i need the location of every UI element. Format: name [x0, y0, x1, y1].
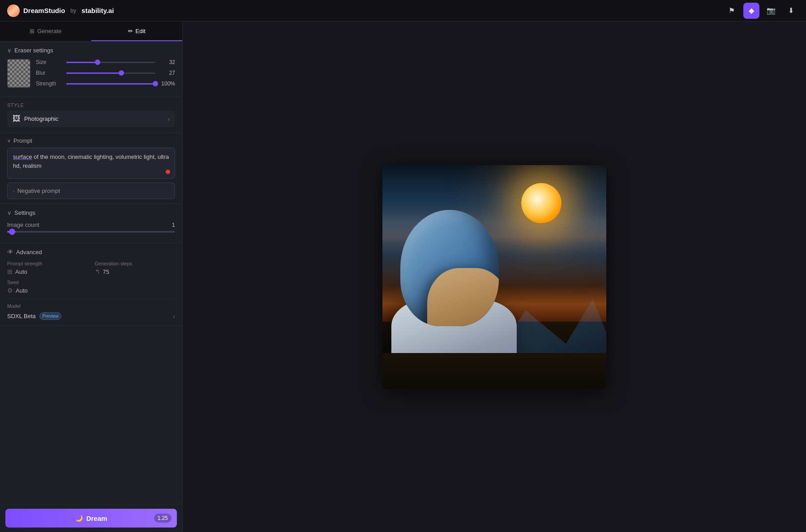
- style-left: 🖼 Photographic: [13, 114, 59, 123]
- model-left: SDXL Beta Preview: [7, 312, 61, 320]
- size-slider-row: Size 32: [36, 59, 175, 65]
- size-value: 32: [159, 59, 175, 65]
- steps-icon: ↰: [95, 268, 100, 275]
- dream-button[interactable]: 🌙 Dream 1.25: [5, 509, 177, 528]
- topbar-actions: ⚑ ◆ 📷 ⬇: [724, 3, 799, 19]
- dream-button-label: Dream: [86, 515, 107, 522]
- tab-generate[interactable]: ⊞ Generate: [0, 21, 91, 41]
- negative-prompt-label: Negative prompt: [17, 187, 60, 194]
- model-label: Model: [7, 303, 175, 309]
- grid-small-icon: ⊞: [7, 268, 13, 275]
- face: [427, 268, 499, 326]
- grid-icon: ⊞: [30, 28, 34, 34]
- flag-button[interactable]: ⚑: [724, 3, 740, 19]
- tab-bar: ⊞ Generate ✏ Edit: [0, 21, 182, 42]
- prompt-strength-value: ⊞ Auto: [7, 268, 88, 275]
- eraser-settings-section: ∨ Eraser settings Size 32: [0, 42, 182, 97]
- edit-icon: ✏: [128, 28, 133, 34]
- model-picker[interactable]: SDXL Beta Preview ›: [7, 312, 175, 320]
- prompt-label: Prompt: [13, 137, 32, 144]
- eraser-content: Size 32 Blur: [7, 59, 175, 91]
- generate-tab-label: Generate: [37, 28, 61, 34]
- seed-value: ⚙ Auto: [7, 287, 175, 294]
- image-count-slider-thumb[interactable]: [9, 229, 15, 235]
- blur-slider-thumb[interactable]: [119, 70, 124, 76]
- record-indicator: [166, 170, 170, 174]
- negative-prompt-row[interactable]: › Negative prompt: [7, 183, 175, 199]
- style-icon: 🖼: [13, 114, 21, 123]
- prompt-input-box[interactable]: surface of the moon, cinematic lighting,…: [7, 148, 175, 179]
- moon: [521, 183, 562, 223]
- chevron-down-small-icon: ∨: [7, 138, 11, 144]
- style-name: Photographic: [24, 115, 59, 122]
- highlighted-word: surface: [13, 153, 32, 160]
- generated-image: [382, 165, 606, 389]
- gen-steps-val: 75: [103, 268, 109, 275]
- prompt-section: ∨ Prompt surface of the moon, cinematic …: [0, 133, 182, 204]
- preview-badge: Preview: [39, 312, 62, 320]
- settings-header[interactable]: ∨ Settings: [7, 209, 175, 216]
- settings-section: ∨ Settings Image count 1: [0, 204, 182, 243]
- moon-icon: 🌙: [75, 515, 83, 522]
- app-brand: stability.ai: [81, 7, 114, 14]
- image-count-slider-track: [7, 231, 175, 233]
- size-slider-thumb[interactable]: [95, 60, 100, 65]
- sidebar-spacer: [0, 326, 182, 504]
- seed-val: Auto: [16, 287, 28, 294]
- camera-button[interactable]: 📷: [763, 3, 779, 19]
- prompt-text: surface of the moon, cinematic lighting,…: [13, 153, 169, 170]
- advanced-header[interactable]: 👁 Advanced: [7, 248, 175, 255]
- helmet: [400, 210, 499, 326]
- eraser-controls: Size 32 Blur: [36, 59, 175, 91]
- generation-steps-field: Generation steps ↰ 75: [95, 261, 176, 275]
- blur-slider-row: Blur 27: [36, 70, 175, 76]
- style-section-label: Style: [7, 102, 175, 108]
- prompt-rest: of the moon, cinematic lighting, volumet…: [13, 153, 169, 169]
- logo-icon: [7, 4, 20, 17]
- eraser-preview: [7, 59, 30, 88]
- main-content: [183, 21, 806, 532]
- sidebar: ⊞ Generate ✏ Edit ∨ Eraser settings Size: [0, 21, 183, 532]
- download-button[interactable]: ⬇: [783, 3, 799, 19]
- image-count-row: Image count 1: [7, 221, 175, 233]
- advanced-title: Advanced: [16, 249, 42, 255]
- dream-bar: 🌙 Dream 1.25: [0, 504, 182, 532]
- eraser-section-title: Eraser settings: [14, 47, 53, 54]
- style-picker[interactable]: 🖼 Photographic ›: [7, 111, 175, 127]
- prompt-header[interactable]: ∨ Prompt: [7, 137, 175, 144]
- chevron-right-icon: ›: [167, 115, 170, 123]
- chevron-down-icon: ∨: [7, 47, 12, 54]
- strength-label: Strength: [36, 81, 63, 87]
- ground: [382, 353, 606, 389]
- app-name: DreamStudio: [23, 7, 65, 14]
- image-count-label-row: Image count 1: [7, 221, 175, 228]
- blur-label: Blur: [36, 70, 63, 76]
- seed-row: Seed ⚙ Auto: [7, 280, 175, 294]
- chevron-down-settings-icon: ∨: [7, 209, 12, 216]
- strength-slider-thumb[interactable]: [153, 81, 158, 86]
- seed-icon: ⚙: [7, 287, 13, 294]
- tab-edit[interactable]: ✏ Edit: [91, 21, 183, 41]
- prompt-strength-field: Prompt strength ⊞ Auto: [7, 261, 88, 275]
- diamond-button[interactable]: ◆: [743, 3, 759, 19]
- model-chevron-icon: ›: [173, 313, 175, 320]
- blur-value: 27: [159, 70, 175, 76]
- edit-tab-label: Edit: [136, 28, 146, 34]
- size-label: Size: [36, 59, 63, 65]
- model-section: Model SDXL Beta Preview ›: [7, 298, 175, 320]
- eraser-section-header[interactable]: ∨ Eraser settings: [7, 47, 175, 54]
- app-by: by: [70, 8, 76, 14]
- gen-steps-label: Generation steps: [95, 261, 176, 266]
- image-count-value: 1: [172, 221, 175, 228]
- strength-value: 100%: [159, 81, 175, 87]
- seed-label: Seed: [7, 280, 175, 285]
- gen-steps-value: ↰ 75: [95, 268, 176, 275]
- prompt-strength-label: Prompt strength: [7, 261, 88, 266]
- app-logo: DreamStudio by stability.ai: [7, 4, 114, 17]
- prompt-strength-val: Auto: [15, 268, 27, 275]
- image-count-label: Image count: [7, 221, 39, 228]
- advanced-section: 👁 Advanced Prompt strength ⊞ Auto Genera…: [0, 243, 182, 326]
- model-name: SDXL Beta: [7, 313, 36, 319]
- main-layout: ⊞ Generate ✏ Edit ∨ Eraser settings Size: [0, 21, 806, 532]
- settings-title: Settings: [14, 209, 35, 216]
